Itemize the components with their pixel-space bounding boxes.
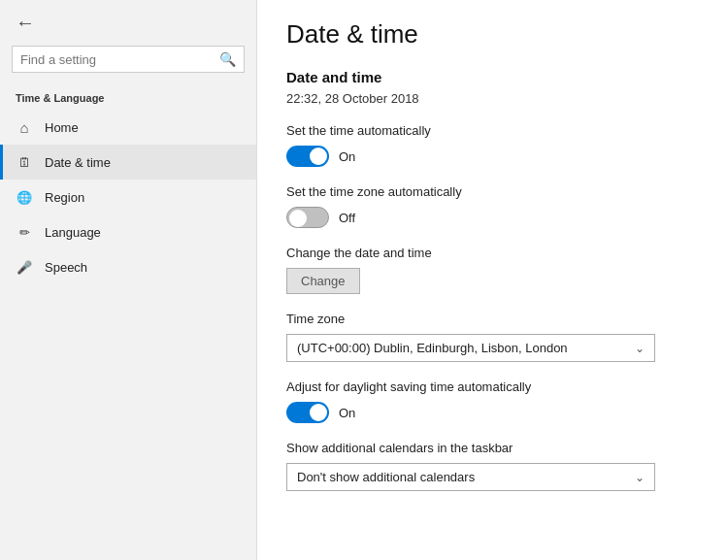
sidebar-nav: ⌂ Home 🗓 Date & time 🌐 Region ✏ Language…: [0, 110, 256, 284]
toggle-knob-timezone-auto: [289, 210, 307, 227]
speech-icon: 🎤: [16, 258, 33, 276]
sidebar-item-home[interactable]: ⌂ Home: [0, 110, 256, 145]
daylight-state: On: [339, 406, 355, 420]
set-timezone-auto-row: Set the time zone automatically Off: [286, 184, 699, 228]
additional-calendars-label: Show additional calendars in the taskbar: [286, 441, 699, 455]
current-datetime: 22:32, 28 October 2018: [286, 91, 699, 106]
sidebar-item-language[interactable]: ✏ Language: [0, 214, 256, 249]
section-label: Time & Language: [0, 84, 256, 110]
change-datetime-label: Change the date and time: [286, 246, 699, 260]
timezone-label: Time zone: [286, 312, 699, 326]
set-time-auto-state: On: [339, 149, 355, 164]
additional-calendars-row: Show additional calendars in the taskbar…: [286, 441, 699, 491]
timezone-value: (UTC+00:00) Dublin, Edinburgh, Lisbon, L…: [297, 341, 568, 355]
home-icon: ⌂: [16, 118, 33, 136]
daylight-toggle[interactable]: [286, 402, 329, 423]
sidebar-back: ←: [0, 0, 256, 46]
sidebar-item-label-home: Home: [45, 120, 79, 135]
main-content: Date & time Date and time 22:32, 28 Octo…: [257, 0, 728, 560]
sidebar-item-speech[interactable]: 🎤 Speech: [0, 249, 256, 284]
sidebar-item-label-date-time: Date & time: [45, 155, 111, 170]
set-time-auto-row: Set the time automatically On: [286, 123, 699, 167]
set-timezone-auto-label: Set the time zone automatically: [286, 184, 699, 199]
set-time-auto-toggle-row: On: [286, 146, 699, 167]
sidebar-item-label-region: Region: [45, 190, 84, 205]
set-time-auto-label: Set the time automatically: [286, 123, 699, 138]
daylight-label: Adjust for daylight saving time automati…: [286, 379, 699, 394]
set-timezone-auto-toggle[interactable]: [286, 207, 329, 228]
search-icon: 🔍: [219, 51, 236, 67]
sidebar-item-region[interactable]: 🌐 Region: [0, 180, 256, 214]
additional-calendars-dropdown[interactable]: Don't show additional calendars ⌄: [286, 463, 655, 491]
chevron-down-icon: ⌄: [635, 342, 645, 355]
language-icon: ✏: [16, 223, 33, 241]
daylight-row: Adjust for daylight saving time automati…: [286, 379, 699, 423]
sidebar-item-date-time[interactable]: 🗓 Date & time: [0, 145, 256, 180]
search-box[interactable]: 🔍: [12, 46, 245, 73]
search-input[interactable]: [20, 52, 214, 67]
calendar-icon: 🗓: [16, 153, 33, 171]
sidebar-item-label-language: Language: [45, 225, 101, 240]
region-icon: 🌐: [16, 188, 33, 206]
toggle-knob-time-auto: [310, 148, 327, 165]
toggle-knob-daylight: [310, 404, 327, 421]
set-timezone-auto-toggle-row: Off: [286, 207, 699, 228]
timezone-dropdown-row: Time zone (UTC+00:00) Dublin, Edinburgh,…: [286, 312, 699, 362]
set-timezone-auto-state: Off: [339, 211, 355, 225]
page-title: Date & time: [286, 19, 699, 49]
additional-calendars-value: Don't show additional calendars: [297, 470, 475, 484]
sidebar: ← 🔍 Time & Language ⌂ Home 🗓 Date & time…: [0, 0, 257, 560]
set-time-auto-toggle[interactable]: [286, 146, 329, 167]
date-time-section-title: Date and time: [286, 69, 699, 85]
change-button[interactable]: Change: [286, 268, 360, 294]
chevron-down-icon-calendars: ⌄: [635, 471, 645, 484]
sidebar-item-label-speech: Speech: [45, 260, 87, 275]
timezone-dropdown[interactable]: (UTC+00:00) Dublin, Edinburgh, Lisbon, L…: [286, 334, 655, 362]
change-datetime-row: Change the date and time Change: [286, 246, 699, 294]
daylight-toggle-row: On: [286, 402, 699, 423]
